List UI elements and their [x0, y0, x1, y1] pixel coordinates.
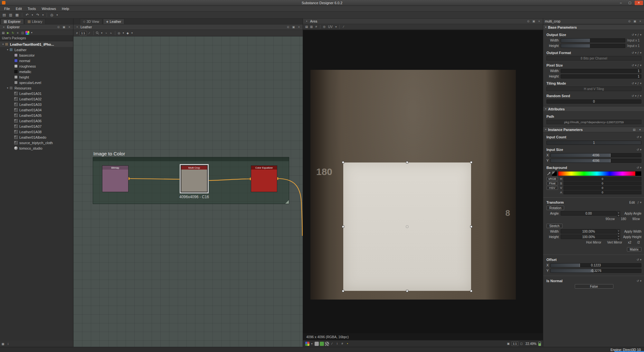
caret-icon[interactable]: ▾ — [640, 64, 641, 67]
properties-scroll[interactable]: ▾ Base Parameters Output Size ↺ ▾ ƒ ▾ Wi… — [543, 24, 644, 347]
eyedropper-icon[interactable] — [546, 171, 551, 176]
node-bitmap[interactable]: Bitmap — [102, 165, 128, 192]
zoom-actual-button[interactable]: 1:1 — [511, 341, 519, 346]
minimize-button[interactable]: – — [617, 1, 625, 5]
maximize-button[interactable]: ▢ — [626, 1, 634, 5]
is-normal-toggle[interactable]: False — [575, 284, 613, 289]
pixel-height-slider[interactable]: 1 — [561, 74, 641, 79]
caret-icon[interactable]: ▾ — [635, 64, 637, 67]
tree-item-resource[interactable]: Leather01A01 — [0, 91, 73, 96]
reset-icon[interactable]: ↺ — [637, 148, 639, 151]
tree-item-resource[interactable]: tomoco_studio — [0, 145, 73, 151]
angle-stepper[interactable]: ▴ ▾ — [617, 211, 620, 216]
tab-explorer[interactable]: Explorer — [1, 19, 24, 24]
srgb-button[interactable]: sRGB — [546, 177, 558, 181]
step-down-icon[interactable]: ▾ — [617, 214, 620, 217]
caret-icon[interactable]: ▾ — [640, 135, 641, 139]
input-count-slider[interactable]: 1 — [546, 141, 641, 145]
pin-icon[interactable]: ⊙ — [56, 25, 61, 29]
output-height-slider[interactable] — [561, 44, 625, 48]
crop-handle-sw[interactable] — [342, 290, 344, 292]
offset-x-slider[interactable]: 0.1223 — [550, 263, 641, 267]
open-package-icon[interactable]: ▥ — [8, 12, 14, 18]
view2d-canvas[interactable]: 180 8 — [303, 30, 543, 333]
crop-handle-n[interactable] — [406, 161, 408, 163]
image-icon[interactable]: ▤ — [304, 24, 309, 29]
menu-tools[interactable]: Tools — [25, 6, 39, 12]
crop-handle-e[interactable] — [470, 226, 472, 228]
link-mode-caret-icon[interactable]: ▾ — [55, 13, 59, 17]
compass-icon[interactable]: ◎ — [117, 31, 121, 35]
crop-handle-w[interactable] — [342, 226, 344, 228]
channel-s-slider[interactable]: 0 — [564, 181, 641, 185]
reset-icon[interactable]: ↺ — [631, 82, 634, 85]
link-curve-icon[interactable]: ~ — [104, 31, 109, 35]
close-panel-icon[interactable]: × — [297, 25, 301, 29]
rotate-180-button[interactable]: 180 — [619, 217, 628, 221]
link-straight-icon[interactable]: ≈ — [109, 31, 113, 35]
reset-icon[interactable]: ↺ — [631, 33, 634, 36]
tree-item-resources[interactable]: ▾ Resources — [0, 85, 73, 91]
step-up-icon[interactable]: ▴ — [617, 229, 620, 232]
hue-gradient-bar[interactable] — [558, 171, 641, 176]
channel-v-slider[interactable]: 0 — [564, 186, 641, 190]
crop-handle-ne[interactable] — [470, 161, 472, 163]
width-stepper[interactable]: ▴ ▾ — [617, 229, 620, 234]
info-icon[interactable]: i — [6, 342, 10, 346]
matrix-button[interactable]: Matrix — [627, 247, 641, 252]
tree-item-resource[interactable]: Leather01A05 — [0, 113, 73, 118]
div2-button[interactable]: /2 — [636, 241, 641, 244]
redo-caret-icon[interactable]: ▾ — [41, 13, 45, 17]
link-mode-icon[interactable]: ◎ — [49, 12, 55, 18]
expander-icon[interactable]: ▾ — [6, 87, 9, 89]
refresh-icon[interactable]: ↻ — [11, 31, 15, 35]
uv-caret-icon[interactable]: ▾ — [334, 25, 338, 29]
tree-item-graph-leather[interactable]: ▾ Leather — [0, 47, 73, 52]
filter-icon[interactable] — [25, 31, 30, 35]
caret-icon[interactable]: ▾ — [640, 201, 641, 204]
menu-edit[interactable]: Edit — [13, 6, 25, 12]
save-all-icon[interactable]: ▤ — [1, 31, 5, 35]
channels-icon[interactable] — [305, 341, 309, 346]
float-icon[interactable]: ▣ — [291, 25, 296, 29]
settings-caret-icon[interactable]: ▾ — [130, 31, 134, 35]
hori-mirror-button[interactable]: Hori Mirror — [584, 241, 603, 244]
tree-item-output[interactable]: metallic — [0, 69, 73, 74]
pin-icon[interactable]: ⊙ — [627, 19, 631, 23]
input-size-x-slider[interactable]: 4096 — [550, 153, 641, 157]
reset-icon[interactable]: ↺ — [637, 166, 639, 169]
input-size-y-slider[interactable]: 4096 — [550, 159, 641, 163]
caret-icon[interactable]: ▾ — [635, 33, 637, 36]
tree-item-resource[interactable]: Leather01Albedo — [0, 134, 73, 140]
crop-handle-s[interactable] — [406, 290, 408, 292]
tree-item-resource[interactable]: source_triptych_cloth — [0, 140, 73, 145]
info-icon[interactable]: ∕ — [330, 341, 334, 346]
step-up-icon[interactable]: ▴ — [617, 235, 620, 237]
rotate-90ccw-button[interactable]: 90ccw — [604, 217, 616, 221]
section-instance-parameters[interactable]: ▾ Instance Parameters ▤ ▾ — [543, 127, 644, 132]
tree-item-output[interactable]: specularLevel — [0, 80, 73, 85]
new-package-icon[interactable]: ▤ — [1, 12, 7, 18]
list-view-icon[interactable]: ≡ — [15, 31, 20, 35]
function-icon[interactable]: ƒ — [637, 201, 639, 204]
presets-icon[interactable]: ▤ — [632, 127, 636, 132]
caret-icon[interactable]: ▾ — [640, 258, 641, 261]
reset-icon[interactable]: ↺ — [631, 94, 634, 97]
caret-icon[interactable]: ▾ — [640, 279, 641, 283]
pin-icon[interactable]: ⊙ — [526, 19, 530, 23]
tree-item-output[interactable]: roughness — [0, 63, 73, 69]
annotate-icon[interactable]: i — [335, 341, 339, 346]
green-channel-icon[interactable] — [319, 341, 324, 346]
tiling-mode-select[interactable]: H and V Tiling — [546, 87, 641, 91]
pixel-width-slider[interactable]: 1 — [561, 69, 641, 73]
save-icon[interactable]: ▦ — [14, 12, 20, 18]
crop-handle-nw[interactable] — [342, 161, 344, 163]
section-base-parameters[interactable]: ▾ Base Parameters — [543, 24, 644, 30]
apply-height-button[interactable]: Apply Height — [620, 235, 641, 239]
output-format-select[interactable]: 8 Bits per Channel — [546, 56, 641, 60]
float-icon[interactable]: ▣ — [62, 25, 66, 29]
channel-h-slider[interactable]: 0 — [564, 177, 641, 181]
close-panel-icon[interactable]: × — [638, 19, 642, 23]
zoom-level[interactable]: 22.49% — [524, 342, 538, 346]
tree-item-output[interactable]: height — [0, 74, 73, 80]
